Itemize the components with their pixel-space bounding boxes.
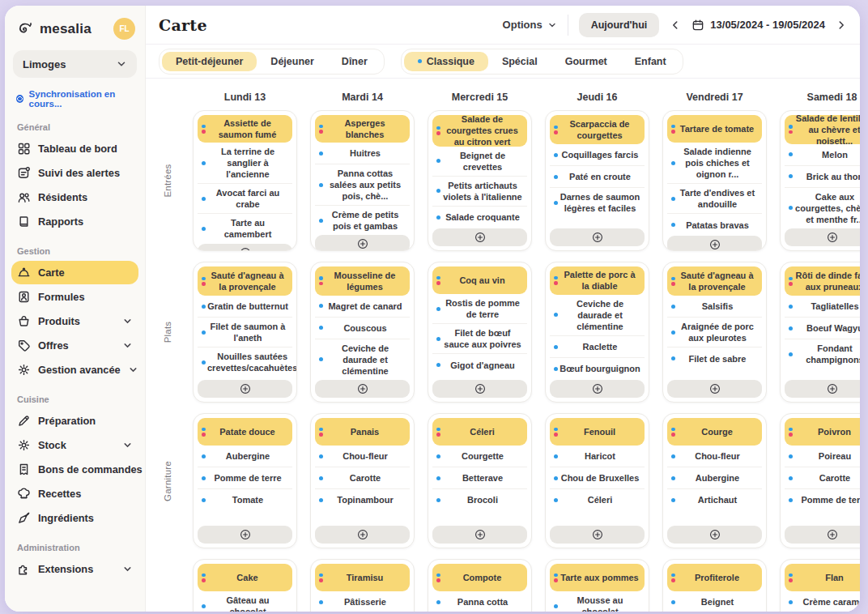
add-item-button[interactable] (550, 526, 645, 544)
avatar[interactable]: FL (113, 18, 135, 40)
menu-item[interactable]: La terrine de sanglier à l'ancienne (198, 143, 292, 184)
tab-petit-dejeuner[interactable]: Petit-déjeuner (162, 52, 257, 71)
menu-item[interactable]: Couscous (315, 318, 410, 339)
menu-item[interactable]: Patatas bravas (667, 214, 762, 236)
menu-item[interactable]: Pomme de terre (198, 467, 292, 489)
menu-item[interactable]: Tagliatelles (785, 296, 860, 318)
featured-menu-item[interactable]: Scarpaccia de courgettes (550, 115, 645, 144)
sidebar-item-recettes[interactable]: Recettes (11, 482, 138, 505)
menu-item[interactable]: Gâteau au chocolat (198, 591, 292, 612)
menu-item[interactable]: Magret de canard (315, 296, 410, 318)
add-item-button[interactable] (785, 228, 860, 246)
menu-item[interactable]: Paté en croute (550, 166, 645, 188)
tab-classique[interactable]: Classique (404, 52, 488, 71)
menu-item[interactable]: Panna cotta (432, 591, 527, 612)
add-item-button[interactable] (550, 228, 645, 246)
menu-item[interactable]: Carotte (315, 467, 410, 489)
menu-item[interactable]: Chou-fleur (315, 446, 410, 467)
add-item-button[interactable] (785, 380, 860, 398)
featured-menu-item[interactable]: Salade de courgettes crues au citron ver… (432, 115, 527, 147)
add-item-button[interactable] (315, 380, 410, 398)
tab-enfant[interactable]: Enfant (621, 52, 680, 71)
menu-item[interactable]: Panna cottas salées aux petits pois, chè… (315, 164, 410, 206)
sidebar-item-residents[interactable]: Résidents (11, 185, 138, 209)
tab-special[interactable]: Spécial (488, 52, 551, 71)
menu-item[interactable]: Tarte d'endives et andouille (667, 184, 762, 214)
menu-item[interactable]: Salade indienne pois chiches et oignon r… (667, 143, 762, 184)
featured-menu-item[interactable]: Cake (198, 564, 292, 591)
featured-menu-item[interactable]: Tarte aux pommes (550, 564, 645, 591)
featured-menu-item[interactable]: Patate douce (198, 418, 292, 446)
add-item-button[interactable] (315, 235, 410, 251)
add-item-button[interactable] (432, 228, 527, 246)
menu-item[interactable]: Artichaut (667, 489, 762, 511)
add-item-button[interactable] (667, 236, 762, 251)
featured-menu-item[interactable]: Sauté d'agneau à la provençale (667, 266, 762, 296)
menu-item[interactable]: Crème de petits pois et gambas (315, 206, 410, 235)
menu-item[interactable]: Raclette (550, 336, 645, 358)
menu-item[interactable]: Betterave (432, 467, 527, 489)
featured-menu-item[interactable]: Courge (667, 418, 762, 446)
featured-menu-item[interactable]: Profiterole (667, 564, 762, 591)
add-item-button[interactable] (315, 526, 410, 544)
menu-item[interactable]: Araignée de porc aux pleurotes (667, 318, 762, 348)
sidebar-item-offres[interactable]: Offres (11, 334, 138, 357)
menu-item[interactable]: Ceviche de daurade et clémentine (550, 295, 645, 336)
sidebar-item-carte[interactable]: Carte (11, 261, 138, 284)
menu-item[interactable]: Bœuf bourguignon (550, 358, 645, 380)
menu-item[interactable]: Ceviche de daurade et clémentine (315, 339, 410, 380)
tab-gourmet[interactable]: Gourmet (551, 52, 621, 71)
menu-item[interactable]: Tomate (198, 489, 292, 511)
menu-item[interactable]: Crème caramel (785, 591, 860, 612)
add-item-button[interactable] (198, 380, 292, 398)
menu-item[interactable]: Aubergine (198, 446, 292, 467)
sidebar-item-formules[interactable]: Formules (11, 285, 138, 309)
sidebar-item-stock[interactable]: Stock (11, 433, 138, 457)
menu-item[interactable]: Avocat farci au crabe (198, 184, 292, 214)
featured-menu-item[interactable]: Rôti de dinde farci aux pruneaux (785, 266, 860, 296)
featured-menu-item[interactable]: Assiette de saumon fumé (198, 115, 292, 143)
menu-item[interactable]: Tarte au camembert (198, 214, 292, 243)
sidebar-item-bons-de-commandes[interactable]: Bons de commandes (11, 458, 138, 481)
menu-item[interactable]: Pâtisserie (315, 591, 410, 612)
sidebar-item-produits[interactable]: Produits (11, 309, 138, 333)
menu-item[interactable]: Courgette (432, 446, 527, 467)
location-select[interactable]: Limoges (13, 50, 137, 78)
menu-item[interactable]: Pomme de terre (785, 489, 860, 511)
featured-menu-item[interactable]: Coq au vin (432, 266, 527, 294)
menu-item[interactable]: Poireau (785, 446, 860, 467)
previous-week-button[interactable] (670, 19, 681, 31)
add-item-button[interactable] (198, 526, 292, 544)
menu-item[interactable]: Filet de saumon à l'aneth (198, 318, 292, 348)
menu-item[interactable]: Cake aux courgettes, chèvre et menthe fr… (785, 188, 860, 228)
menu-item[interactable]: Beignet (667, 591, 762, 612)
featured-menu-item[interactable]: Fenouil (550, 418, 645, 446)
menu-item[interactable]: Mousse au chocolat (550, 591, 645, 612)
menu-item[interactable]: Gratin de butternut (198, 296, 292, 318)
featured-menu-item[interactable]: Palette de porc à la diable (550, 266, 645, 295)
menu-item[interactable]: Melon (785, 144, 860, 166)
featured-menu-item[interactable]: Flan (785, 564, 860, 591)
add-item-button[interactable] (550, 380, 645, 398)
featured-menu-item[interactable]: Mousseline de légumes (315, 266, 410, 296)
menu-item[interactable]: Céleri (550, 489, 645, 511)
menu-item[interactable]: Topinambour (315, 489, 410, 511)
add-item-button[interactable] (198, 244, 292, 251)
menu-item[interactable]: Aubergine (667, 467, 762, 489)
menu-item[interactable]: Boeuf Wagyu (785, 318, 860, 339)
menu-item[interactable]: Rostis de pomme de terre (432, 294, 527, 324)
menu-item[interactable]: Chou-fleur (667, 446, 762, 467)
menu-item[interactable]: Chou de Bruxelles (550, 467, 645, 489)
sidebar-item-extensions[interactable]: Extensions (11, 557, 138, 581)
menu-item[interactable]: Brocoli (432, 489, 527, 511)
featured-menu-item[interactable]: Sauté d'agneau à la provençale (198, 266, 292, 296)
featured-menu-item[interactable]: Panais (315, 418, 410, 446)
featured-menu-item[interactable]: Tiramisu (315, 564, 410, 591)
menu-item[interactable]: Salade croquante (432, 207, 527, 228)
menu-item[interactable]: Coquillages farcis (550, 144, 645, 166)
menu-item[interactable]: Salsifis (667, 296, 762, 318)
options-button[interactable]: Options (503, 19, 557, 31)
menu-item[interactable]: Petits artichauts violets à l'italienne (432, 177, 527, 207)
add-item-button[interactable] (667, 380, 762, 398)
sidebar-item-preparation[interactable]: Préparation (11, 409, 138, 433)
